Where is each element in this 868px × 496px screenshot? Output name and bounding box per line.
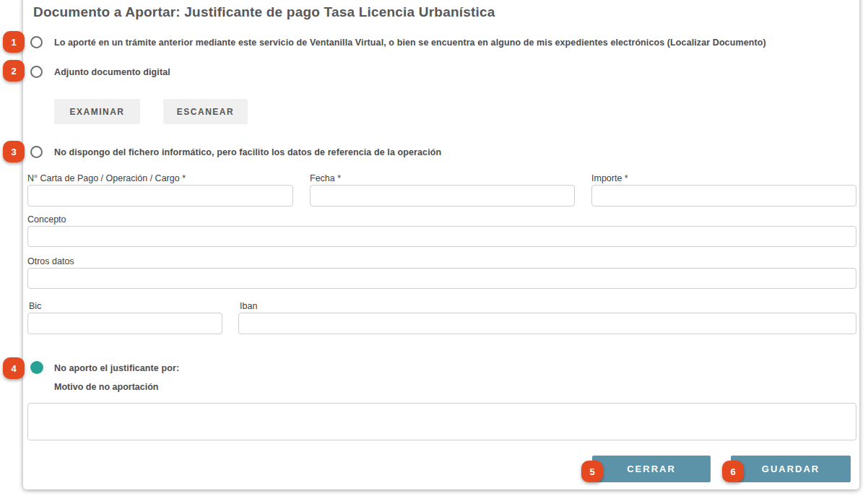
fecha-input[interactable] — [310, 185, 575, 206]
step-badge-3: 3 — [3, 141, 25, 162]
motivo-no-aportacion-textarea[interactable] — [27, 403, 856, 440]
importe-label: Importe * — [591, 173, 628, 183]
step-badge-4: 4 — [3, 357, 25, 379]
importe-input[interactable] — [591, 185, 856, 206]
radio-adjunto-documento-digital[interactable] — [30, 66, 43, 78]
radio-label-aportado-tramite-anterior: Lo aporté en un trámite anterior mediant… — [54, 38, 766, 48]
step-badge-1: 1 — [3, 31, 25, 53]
radio-aportado-tramite-anterior[interactable] — [30, 36, 43, 48]
concepto-label: Concepto — [27, 214, 66, 225]
radio-no-dispongo-fichero[interactable] — [30, 146, 43, 158]
bic-input[interactable] — [27, 313, 222, 334]
guardar-button[interactable]: GUARDAR — [731, 456, 851, 482]
iban-label: Iban — [240, 301, 257, 311]
step-badge-5: 5 — [581, 461, 603, 482]
bic-label: Bic — [29, 301, 41, 311]
concepto-input[interactable] — [27, 226, 856, 247]
cerrar-button[interactable]: CERRAR — [592, 456, 711, 482]
otros-datos-label: Otros datos — [27, 256, 74, 266]
examinar-button[interactable]: EXAMINAR — [54, 99, 140, 124]
otros-datos-input[interactable] — [27, 268, 856, 289]
fecha-label: Fecha * — [310, 173, 341, 183]
page-title: Documento a Aportar: Justificante de pag… — [33, 4, 495, 20]
radio-label-no-aporto-justificante: No aporto el justificante por: — [54, 363, 179, 373]
radio-label-adjunto-documento-digital: Adjunto documento digital — [54, 67, 170, 77]
motivo-no-aportacion-label: Motivo de no aportación — [54, 382, 158, 392]
escanear-button[interactable]: ESCANEAR — [163, 99, 248, 124]
iban-input[interactable] — [238, 313, 856, 334]
document-form-card: Documento a Aportar: Justificante de pag… — [23, 0, 859, 490]
carta-pago-label: N° Carta de Pago / Operación / Cargo * — [27, 173, 186, 183]
step-badge-6: 6 — [722, 461, 744, 482]
radio-label-no-dispongo-fichero: No dispongo del fichero informático, per… — [54, 147, 441, 157]
step-badge-2: 2 — [3, 60, 25, 82]
radio-no-aporto-justificante[interactable] — [30, 361, 43, 374]
carta-pago-input[interactable] — [27, 185, 293, 206]
